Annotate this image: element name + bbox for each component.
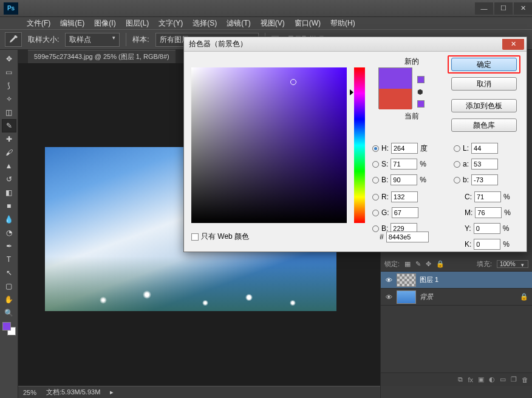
saturation-value-field[interactable]	[191, 67, 347, 223]
layer-thumb[interactable]	[397, 273, 416, 287]
link-icon[interactable]: ⧉	[458, 376, 463, 383]
layer-thumb[interactable]	[397, 290, 416, 304]
hex-input[interactable]	[386, 232, 429, 242]
c-label: C:	[465, 193, 472, 201]
menu-window[interactable]: 窗口(W)	[291, 17, 324, 30]
adjust-icon[interactable]: ◐	[489, 376, 495, 383]
cancel-button[interactable]: 取消	[451, 77, 517, 91]
tool-crop[interactable]: ◫	[2, 106, 16, 118]
l-input[interactable]	[471, 143, 498, 154]
ok-button[interactable]: 确定	[451, 58, 517, 71]
lock-icon: 🔒	[520, 293, 528, 301]
layer-name[interactable]: 图层 1	[420, 275, 438, 284]
menu-edit[interactable]: 编辑(E)	[56, 17, 88, 30]
menu-filter[interactable]: 滤镜(T)	[223, 17, 254, 30]
b-radio[interactable]	[372, 177, 379, 184]
r-radio[interactable]	[372, 194, 379, 201]
color-swatches[interactable]	[2, 322, 16, 335]
lock-trans-icon[interactable]: ▦	[404, 260, 411, 268]
lock-paint-icon[interactable]: ✎	[415, 260, 421, 268]
tool-history-brush[interactable]: ↺	[2, 173, 16, 185]
tool-stamp[interactable]: ▲	[2, 160, 16, 172]
tool-path-select[interactable]: ↖	[2, 267, 16, 279]
visibility-icon[interactable]: 👁	[384, 276, 393, 284]
k-input[interactable]	[474, 239, 500, 250]
menu-image[interactable]: 图像(I)	[90, 17, 119, 30]
lb-radio[interactable]	[454, 177, 460, 184]
sample-size-label: 取样大小:	[28, 35, 59, 45]
layer-row[interactable]: 👁 图层 1	[381, 272, 532, 289]
zoom-level[interactable]: 25%	[23, 389, 36, 396]
sample-label: 样本:	[132, 35, 149, 45]
dialog-title-bar[interactable]: 拾色器（前景色） ✕	[184, 37, 527, 52]
current-color-swatch[interactable]	[379, 89, 412, 109]
g-radio[interactable]	[372, 210, 379, 216]
tool-brush[interactable]: 🖌	[2, 146, 16, 159]
status-caret-icon[interactable]: ▸	[110, 388, 114, 396]
fg-color[interactable]	[2, 322, 11, 331]
web-only-checkbox[interactable]	[191, 233, 199, 241]
cube-icon[interactable]: ⬢	[417, 88, 423, 96]
close-button[interactable]: ✕	[514, 2, 532, 15]
tool-zoom[interactable]: 🔍	[2, 307, 16, 319]
tool-type[interactable]: T	[2, 253, 16, 266]
hue-slider[interactable]	[354, 67, 365, 223]
tool-hand[interactable]: ✋	[2, 293, 16, 306]
trash-icon[interactable]: 🗑	[522, 376, 528, 383]
tool-dodge[interactable]: ◔	[2, 227, 16, 239]
maximize-button[interactable]: ☐	[494, 2, 513, 15]
tool-eraser[interactable]: ◧	[2, 187, 16, 199]
c-input[interactable]	[474, 191, 501, 202]
tool-marquee[interactable]: ▭	[2, 66, 16, 78]
r-input[interactable]	[391, 191, 418, 202]
m-input[interactable]	[475, 207, 502, 218]
tool-eyedropper[interactable]: ✎	[2, 120, 16, 132]
tool-move[interactable]: ✥	[2, 53, 16, 65]
menu-type[interactable]: 文字(Y)	[155, 17, 186, 30]
dialog-close-button[interactable]: ✕	[502, 39, 524, 50]
tool-wand[interactable]: ✧	[2, 93, 16, 105]
tool-shape[interactable]: ▢	[2, 280, 16, 292]
a-radio[interactable]	[454, 161, 460, 168]
group-icon[interactable]: ▭	[500, 376, 506, 383]
layer-name[interactable]: 背景	[420, 292, 433, 301]
lb-input[interactable]	[471, 174, 498, 185]
document-tab[interactable]: 599e75c273443.jpg @ 25% (图层 1, RGB/8#)	[28, 50, 176, 63]
tool-lasso[interactable]: ⟆	[2, 80, 16, 92]
g-input[interactable]	[392, 207, 418, 218]
h-group: H: 度	[372, 143, 429, 154]
websafe-swatch[interactable]	[417, 76, 425, 83]
menu-layer[interactable]: 图层(L)	[122, 17, 153, 30]
sample-size-dropdown[interactable]: 取样点	[65, 33, 120, 47]
lock-all-icon[interactable]: 🔒	[436, 260, 445, 268]
layer-row[interactable]: 👁 背景 🔒	[381, 289, 532, 306]
menu-file[interactable]: 文件(F)	[23, 17, 54, 30]
h-input[interactable]	[391, 143, 418, 154]
new-layer-icon[interactable]: ❐	[511, 376, 517, 383]
menu-help[interactable]: 帮助(H)	[327, 17, 359, 30]
nearest-swatch[interactable]	[417, 100, 425, 108]
menu-view[interactable]: 视图(V)	[257, 17, 288, 30]
s-input[interactable]	[390, 159, 417, 170]
current-tool-icon[interactable]	[5, 32, 22, 47]
l-radio[interactable]	[454, 145, 460, 152]
lock-pos-icon[interactable]: ✥	[426, 260, 431, 268]
s-radio[interactable]	[372, 161, 379, 168]
tool-pen[interactable]: ✒	[2, 240, 16, 252]
a-input[interactable]	[471, 159, 498, 170]
menu-select[interactable]: 选择(S)	[189, 17, 220, 30]
add-swatch-button[interactable]: 添加到色板	[451, 99, 517, 112]
bb-radio[interactable]	[372, 225, 379, 232]
visibility-icon[interactable]: 👁	[384, 293, 393, 301]
y-input[interactable]	[474, 223, 500, 234]
tool-blur[interactable]: 💧	[2, 213, 16, 225]
tool-heal[interactable]: ✚	[2, 133, 16, 145]
minimize-button[interactable]: —	[475, 2, 493, 15]
tool-gradient[interactable]: ■	[2, 200, 16, 212]
mask-icon[interactable]: ▣	[478, 376, 484, 383]
color-libraries-button[interactable]: 颜色库	[451, 118, 517, 132]
fill-dropdown[interactable]: 100%	[497, 260, 528, 268]
h-radio[interactable]	[372, 145, 379, 152]
b-input[interactable]	[390, 174, 417, 185]
fx-icon[interactable]: fx	[468, 376, 473, 383]
